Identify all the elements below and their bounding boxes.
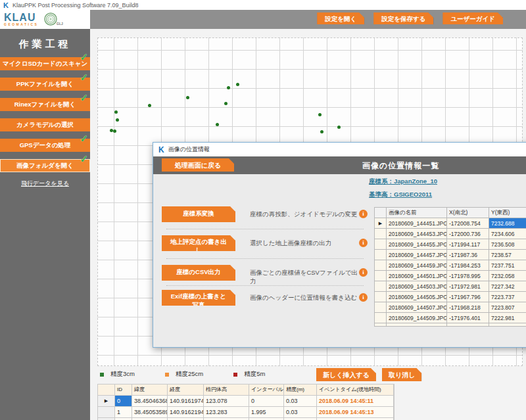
insert-new-button[interactable]: 新しく挿入する <box>316 368 376 381</box>
cell-y-easting[interactable]: 7232.688 <box>489 218 526 229</box>
cell-x-northing[interactable]: -171994.117 <box>447 239 489 250</box>
datum-height-link[interactable]: 基準高：GSIGEO2011 <box>369 191 432 199</box>
cell-ellipsoid-height[interactable]: 123.078 <box>204 396 249 407</box>
table-row[interactable]: ▶ 20180609_144453.JPG -172000.736 7234.6… <box>375 229 526 239</box>
row-selector-cell[interactable]: ▶ <box>375 313 387 323</box>
info-icon[interactable]: i <box>359 293 368 302</box>
cell-image-name[interactable]: 20180609_144505.JPG <box>387 292 447 302</box>
row-selector-cell[interactable]: ▶ <box>375 260 387 271</box>
back-to-processing-button[interactable]: 処理画面に戻る <box>162 158 234 172</box>
exif-overwrite-button[interactable]: Exif座標の上書きと写真 <box>162 290 235 306</box>
undo-button[interactable]: 取り消し <box>382 368 421 381</box>
cell-interval[interactable]: 0 <box>249 396 284 407</box>
dialog-title: 画像の位置情報 <box>168 145 210 154</box>
view-flight-data-link[interactable]: 飛行データを見る <box>0 179 90 188</box>
cell-y-easting[interactable]: 7227.342 <box>489 281 526 292</box>
cell-image-name[interactable]: 20180609_144451.JPG <box>387 218 447 229</box>
table-row[interactable]: ▶ 20180609_144455.JPG -171994.117 7236.5… <box>375 239 526 250</box>
coordinate-transform-button[interactable]: 座標系変換 <box>162 206 235 222</box>
row-selector-cell[interactable]: ▶ <box>375 302 387 313</box>
sidebar-step-button[interactable]: GPSデータの処理 ✓ <box>0 139 90 152</box>
cell-x-northing[interactable]: -171968.218 <box>447 302 489 313</box>
sidebar-step-button[interactable]: PPKファイルを開く ✓ <box>0 78 90 91</box>
cell-x-northing[interactable]: -171993.63 <box>447 323 489 327</box>
table-row[interactable]: ▶ 20180609_144511.JPG -171993.63 7220.74… <box>375 323 526 327</box>
cell-image-name[interactable]: 20180609_144511.JPG <box>387 323 447 327</box>
cell-x-northing[interactable]: -171987.36 <box>447 250 489 260</box>
table-row[interactable]: ▶ 20180609_144501.JPG -171978.995 7232.0… <box>375 271 526 281</box>
cell-y-easting[interactable]: 7234.606 <box>489 229 526 239</box>
header-button[interactable]: ユーザーガイド <box>442 12 503 24</box>
table-row[interactable]: ▶ 20180609_144509.JPG -171976.401 7222.9… <box>375 313 526 323</box>
cell-longitude[interactable]: 140.91621948 <box>168 407 204 418</box>
row-selector-cell[interactable]: ▶ <box>375 271 387 281</box>
row-selector-cell[interactable]: ▶ <box>375 229 387 239</box>
sidebar-step-button[interactable]: マイクロSDカードのスキャン ✓ <box>0 57 90 70</box>
export-gcp-button[interactable]: 地上評定点の書き出し <box>162 235 235 251</box>
cell-image-name[interactable]: 20180609_144457.JPG <box>387 250 447 260</box>
table-row[interactable]: ▶ 20180609_144503.JPG -171972.981 7227.3… <box>375 281 526 292</box>
cell-image-name[interactable]: 20180609_144453.JPG <box>387 229 447 239</box>
table-row[interactable]: ▶ 20180609_144457.JPG -171987.36 7238.57 <box>375 250 526 260</box>
cell-ellipsoid-height[interactable]: 123.283 <box>204 407 249 418</box>
header-button[interactable]: 設定を保存する <box>373 12 433 24</box>
cell-id[interactable]: 1 <box>115 407 132 418</box>
cell-image-name[interactable]: 20180609_144455.JPG <box>387 239 447 250</box>
table-row[interactable]: ▶ 20180609_144451.JPG -172008.754 7232.6… <box>375 218 526 229</box>
table-row[interactable]: ▶ 20180609_144459.JPG -171984.253 7237.7… <box>375 260 526 271</box>
cell-longitude[interactable]: 140.91619741 <box>168 396 204 407</box>
cell-x-northing[interactable]: -171978.995 <box>447 271 489 281</box>
cell-event-time[interactable]: 2018.06.09 14:45:11 <box>317 396 394 407</box>
cell-image-name[interactable]: 20180609_144509.JPG <box>387 313 447 323</box>
cell-image-name[interactable]: 20180609_144459.JPG <box>387 260 447 271</box>
info-icon[interactable]: i <box>359 239 368 247</box>
row-selector-cell[interactable]: ▶ <box>98 407 115 418</box>
sidebar-step-button[interactable]: Rinexファイルを開く ✓ <box>0 98 90 111</box>
row-selector-cell[interactable]: ▶ <box>375 239 387 250</box>
row-selector-cell[interactable]: ▶ <box>98 396 115 407</box>
info-icon[interactable]: i <box>359 210 368 218</box>
row-selector-cell[interactable]: ▶ <box>375 323 387 327</box>
cell-latitude[interactable]: 38.45053589 <box>132 407 168 418</box>
cell-y-easting[interactable]: 7237.751 <box>489 260 526 271</box>
cell-interval[interactable]: 1.995 <box>249 407 284 418</box>
cell-x-northing[interactable]: -171972.981 <box>447 281 489 292</box>
sidebar-step-button[interactable]: 画像フォルダを開く ✓ <box>0 159 90 172</box>
cell-latitude[interactable]: 38.45046368 <box>132 396 168 407</box>
table-row[interactable]: ▶ 20180609_144507.JPG -171968.218 7223.8… <box>375 302 526 313</box>
cell-accuracy[interactable]: 0.03 <box>284 407 317 418</box>
info-icon[interactable]: i <box>359 268 368 277</box>
cell-y-easting[interactable]: 7232.058 <box>489 271 526 281</box>
csv-export-button[interactable]: 座標のCSV出力 <box>162 265 235 281</box>
row-selector-cell[interactable]: ▶ <box>375 281 387 292</box>
table-row[interactable]: ▶ 20180609_144505.JPG -171967.796 7223.7… <box>375 292 526 302</box>
cell-y-easting[interactable]: 7238.57 <box>489 250 526 260</box>
sidebar-step-button[interactable]: カメラモデルの選択 ✓ <box>0 118 90 131</box>
cell-event-time[interactable]: 2018.06.09 14:45:13 <box>317 407 394 418</box>
cell-image-name[interactable]: 20180609_144507.JPG <box>387 302 447 313</box>
cell-y-easting[interactable]: 7223.807 <box>489 302 526 313</box>
coordinate-system-link[interactable]: 座標系：JapanZone_10 <box>369 177 437 186</box>
cell-image-name[interactable]: 20180609_144503.JPG <box>387 281 447 292</box>
row-selector-cell[interactable]: ▶ <box>375 250 387 260</box>
cell-x-northing[interactable]: -171967.796 <box>447 292 489 302</box>
cell-id[interactable]: 0 <box>115 396 132 407</box>
table-row[interactable]: ▶ 0 38.45046368 140.91619741 123.078 0 0… <box>98 396 394 407</box>
cell-y-easting[interactable]: 7222.981 <box>489 313 526 323</box>
row-selector-cell[interactable]: ▶ <box>375 292 387 302</box>
header-button[interactable]: 設定を開く <box>317 12 364 24</box>
cell-y-easting[interactable]: 7223.737 <box>489 292 526 302</box>
cell-x-northing[interactable]: -172000.736 <box>447 229 489 239</box>
cell-x-northing[interactable]: -171976.401 <box>447 313 489 323</box>
table-row[interactable]: ▶ 1 38.45053589 140.91621948 123.283 1.9… <box>98 407 394 418</box>
row-selector-cell[interactable]: ▶ <box>375 218 387 229</box>
gps-point-marker <box>227 86 230 89</box>
gps-point-marker <box>216 123 219 126</box>
cell-accuracy[interactable]: 0.03 <box>284 396 317 407</box>
cell-x-northing[interactable]: -171984.253 <box>447 260 489 271</box>
cell-y-easting[interactable]: 7220.747 <box>489 323 526 327</box>
cell-image-name[interactable]: 20180609_144501.JPG <box>387 271 447 281</box>
cell-x-northing[interactable]: -172008.754 <box>447 218 489 229</box>
cell-y-easting[interactable]: 7236.508 <box>489 239 526 250</box>
csv-export-desc: 画像ごとの座標値をCSVファイルで出力 <box>250 269 362 286</box>
